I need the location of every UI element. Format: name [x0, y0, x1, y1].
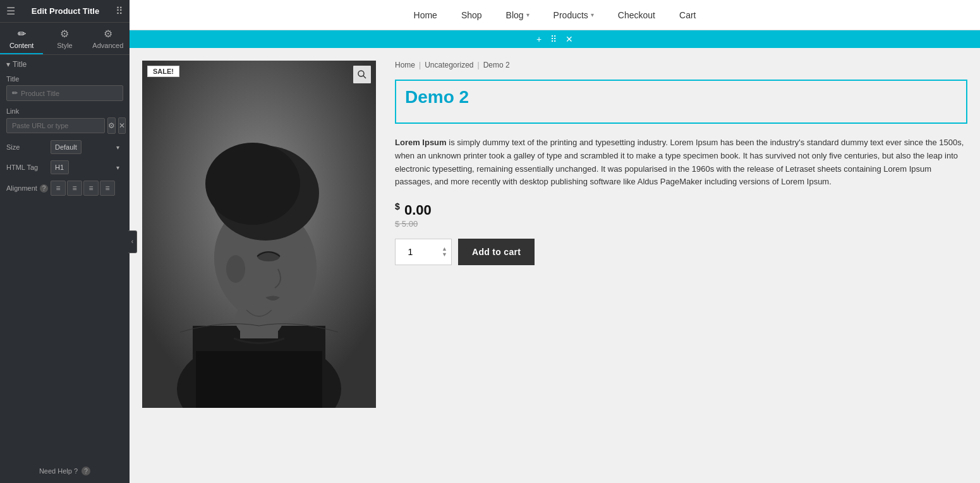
quantity-down-btn[interactable]: ▼: [442, 252, 447, 258]
product-description: Lorem Ipsum is simply dummy text of the …: [395, 136, 967, 189]
nav-products[interactable]: Products ▾: [551, 10, 596, 20]
product-title-box[interactable]: Demo 2: [395, 80, 967, 124]
breadcrumb: Home | Uncategorized | Demo 2: [395, 61, 967, 69]
html-tag-select-wrapper: H1: [51, 160, 123, 174]
align-left-btn[interactable]: ≡: [51, 181, 66, 196]
nav-blog-label: Blog: [506, 10, 524, 20]
section-title-label: Title: [13, 60, 27, 69]
tab-advanced[interactable]: ⚙ Advanced: [87, 23, 130, 54]
sidebar-title: Edit Product Title: [32, 6, 99, 16]
nav-checkout[interactable]: Checkout: [615, 10, 658, 20]
breadcrumb-category[interactable]: Uncategorized: [425, 61, 473, 69]
currency-symbol: $: [395, 201, 400, 212]
chevron-down-icon: ▾: [6, 60, 10, 69]
help-icon: ?: [82, 467, 90, 475]
content-icon: ✏: [18, 28, 26, 40]
nav-checkout-label: Checkout: [618, 10, 655, 20]
quantity-input[interactable]: [399, 247, 431, 257]
title-field: Title ✏: [6, 75, 123, 101]
zoom-icon[interactable]: [353, 66, 371, 83]
title-input[interactable]: [21, 90, 118, 97]
price-value: 0.00: [404, 203, 432, 218]
title-input-wrapper: ✏: [6, 85, 123, 101]
nav-cart[interactable]: Cart: [677, 10, 698, 20]
price-current: $ 0.00: [395, 201, 967, 218]
link-field-label: Link: [6, 107, 123, 115]
sidebar: ☰ Edit Product Title ⠿ ✏ Content ⚙ Style…: [0, 0, 130, 483]
section-title-toggle[interactable]: ▾ Title: [6, 60, 123, 69]
toolbar-move-btn[interactable]: ⠿: [548, 33, 559, 45]
nav-shop[interactable]: Shop: [459, 10, 485, 20]
original-currency: $: [395, 219, 399, 229]
price-original: $ 5.00: [395, 219, 967, 229]
product-image-section: SALE!: [142, 61, 376, 470]
link-settings-btn[interactable]: ⚙: [107, 117, 116, 134]
main-area: Home Shop Blog ▾ Products ▾ Checkout Car…: [130, 0, 980, 483]
add-to-cart-button[interactable]: Add to cart: [458, 239, 535, 265]
svg-point-12: [226, 255, 245, 283]
elementor-toolbar: + ⠿ ✕: [130, 30, 980, 48]
link-remove-btn[interactable]: ✕: [118, 117, 126, 134]
quantity-spinners: ▲ ▼: [442, 246, 447, 258]
toolbar-add-btn[interactable]: +: [534, 33, 544, 45]
alignment-text: Alignment: [6, 184, 37, 192]
toolbar-close-btn[interactable]: ✕: [563, 33, 576, 45]
blog-dropdown-arrow: ▾: [526, 11, 529, 18]
svg-line-1: [363, 76, 366, 78]
nav-home[interactable]: Home: [411, 10, 440, 20]
grid-icon[interactable]: ⠿: [116, 5, 123, 17]
nav-shop-label: Shop: [461, 10, 482, 20]
tab-content-label: Content: [9, 42, 34, 49]
description-text: is simply dummy text of the printing and…: [395, 138, 964, 186]
breadcrumb-home[interactable]: Home: [395, 61, 415, 69]
product-details: Home | Uncategorized | Demo 2 Demo 2 Lor…: [395, 61, 967, 470]
add-to-cart-row: ▲ ▼ Add to cart: [395, 239, 967, 265]
align-center-btn[interactable]: ≡: [67, 181, 82, 196]
tab-style-label: Style: [57, 42, 72, 49]
svg-point-11: [257, 251, 280, 261]
alignment-info-icon: ?: [40, 184, 48, 193]
title-section: ▾ Title Title ✏ Link ⚙ ✕ Size Default: [0, 55, 130, 207]
nav-products-label: Products: [554, 10, 588, 20]
breadcrumb-current: Demo 2: [483, 61, 510, 69]
advanced-icon: ⚙: [104, 28, 112, 40]
nav-home-label: Home: [414, 10, 437, 20]
product-price: $ 0.00 $ 5.00: [395, 201, 967, 228]
products-dropdown-arrow: ▾: [591, 11, 594, 18]
breadcrumb-sep-1: |: [419, 61, 421, 69]
size-select-wrapper: Default: [51, 140, 123, 154]
alignment-buttons: ≡ ≡ ≡ ≡: [51, 181, 115, 196]
align-right-btn[interactable]: ≡: [83, 181, 99, 196]
size-field-row: Size Default: [6, 140, 123, 154]
tab-style[interactable]: ⚙ Style: [43, 23, 86, 54]
link-input[interactable]: [6, 118, 105, 133]
svg-point-10: [205, 143, 300, 225]
html-tag-row: HTML Tag H1: [6, 160, 123, 174]
help-text: Need Help ?: [39, 467, 78, 475]
nav-cart-label: Cart: [679, 10, 696, 20]
quantity-wrapper: ▲ ▼: [395, 239, 452, 265]
align-justify-btn[interactable]: ≡: [100, 181, 115, 196]
size-label: Size: [6, 143, 51, 151]
sidebar-header: ☰ Edit Product Title ⠿: [0, 0, 130, 23]
pencil-icon: ✏: [12, 89, 18, 97]
html-tag-select[interactable]: H1: [51, 160, 69, 174]
sale-badge: SALE!: [147, 66, 179, 77]
html-tag-label: HTML Tag: [6, 164, 51, 171]
link-input-row: ⚙ ✕: [6, 117, 123, 134]
nav-blog[interactable]: Blog ▾: [504, 10, 532, 20]
svg-rect-13: [196, 351, 322, 408]
product-photo: [142, 61, 376, 408]
lorem-ipsum-bold: Lorem Ipsum: [395, 138, 447, 147]
alignment-label: Alignment ?: [6, 184, 51, 193]
sidebar-tabs: ✏ Content ⚙ Style ⚙ Advanced: [0, 23, 130, 55]
hamburger-icon[interactable]: ☰: [6, 5, 15, 17]
tab-content[interactable]: ✏ Content: [0, 23, 43, 54]
sidebar-collapse-btn[interactable]: ‹: [128, 230, 137, 253]
help-link[interactable]: Need Help ? ?: [0, 459, 130, 483]
breadcrumb-sep-2: |: [478, 61, 480, 69]
toolbar-actions: + ⠿ ✕: [529, 32, 581, 47]
size-select[interactable]: Default: [51, 140, 82, 154]
product-title: Demo 2: [405, 87, 957, 107]
svg-point-0: [358, 71, 364, 76]
